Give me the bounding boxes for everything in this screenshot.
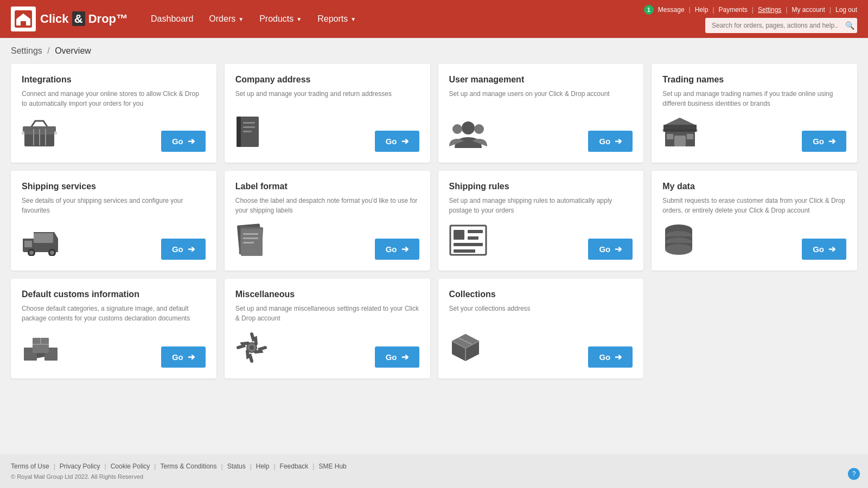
breadcrumb-current: Overview — [55, 46, 91, 55]
arrow-icon: ➔ — [401, 136, 409, 146]
go-button-company-address[interactable]: Go ➔ — [375, 131, 419, 152]
go-button-collections[interactable]: Go ➔ — [588, 346, 633, 368]
go-button-default-customs-information[interactable]: Go ➔ — [161, 346, 206, 368]
logo-text: Click & Drop™ — [40, 12, 128, 26]
card-title: Collections — [449, 290, 633, 299]
message-link[interactable]: Message — [658, 6, 685, 14]
card-integrations: Integrations Connect and manage your onl… — [11, 64, 216, 163]
card-header: Trading names Set up and manage trading … — [662, 75, 846, 108]
footer-link-feedback[interactable]: Feedback — [280, 463, 309, 470]
card-footer: Go ➔ — [449, 224, 633, 260]
card-desc: Set up and manage your trading and retur… — [235, 89, 419, 99]
card-miscellaneous: Miscellaneous Set up and manage miscella… — [225, 279, 430, 378]
footer-link-terms-&-conditions[interactable]: Terms & Conditions — [160, 463, 216, 470]
svg-rect-3 — [21, 21, 26, 25]
card-title: Shipping services — [22, 182, 206, 191]
card-icon-basket — [22, 118, 57, 152]
footer-link-cookie-policy[interactable]: Cookie Policy — [111, 463, 150, 470]
card-footer: Go ➔ — [22, 332, 206, 368]
card-header: Shipping services See details of your sh… — [22, 182, 206, 215]
go-button-miscellaneous[interactable]: Go ➔ — [375, 346, 419, 368]
card-footer: Go ➔ — [449, 331, 633, 368]
footer-link-help[interactable]: Help — [256, 463, 270, 470]
footer-link-sme-hub[interactable]: SME Hub — [318, 463, 346, 470]
arrow-icon: ➔ — [188, 136, 195, 146]
nav-dashboard[interactable]: Dashboard — [144, 10, 200, 28]
go-button-label-format[interactable]: Go ➔ — [375, 239, 419, 260]
card-footer: Go ➔ — [449, 118, 633, 152]
card-desc: Submit requests to erase customer data f… — [662, 196, 846, 215]
card-desc: Connect and manage your online stores to… — [22, 89, 206, 108]
help-link[interactable]: Help — [695, 6, 709, 14]
arrow-icon: ➔ — [188, 352, 195, 362]
arrow-icon: ➔ — [401, 352, 409, 362]
card-icon-label — [235, 223, 265, 260]
card-header: Integrations Connect and manage your onl… — [22, 75, 206, 108]
card-header: Label format Choose the label and despat… — [235, 182, 419, 215]
arrow-icon: ➔ — [615, 244, 622, 254]
chevron-down-icon: ▼ — [350, 16, 356, 22]
svg-rect-22 — [667, 134, 673, 139]
svg-point-15 — [462, 121, 475, 134]
chevron-down-icon: ▼ — [238, 16, 244, 22]
svg-point-29 — [29, 251, 34, 255]
nav-orders[interactable]: Orders ▼ — [202, 10, 250, 28]
card-collections: Collections Set your collections address… — [438, 279, 644, 378]
my-account-link[interactable]: My account — [792, 6, 825, 14]
footer-link-status[interactable]: Status — [227, 463, 246, 470]
log-out-link[interactable]: Log out — [835, 6, 857, 14]
footer-link-privacy-policy[interactable]: Privacy Policy — [60, 463, 100, 470]
svg-rect-13 — [243, 126, 255, 128]
svg-rect-26 — [34, 233, 53, 243]
card-footer: Go ➔ — [235, 331, 419, 368]
card-title: Label format — [235, 182, 419, 191]
card-shipping-services: Shipping services See details of your sh… — [11, 171, 216, 271]
card-icon-book — [235, 115, 263, 152]
payments-link[interactable]: Payments — [719, 6, 748, 14]
svg-rect-35 — [243, 233, 258, 235]
card-desc: Set up and manage shipping rules to auto… — [449, 196, 633, 215]
svg-marker-20 — [665, 118, 695, 125]
arrow-icon: ➔ — [401, 244, 409, 254]
go-button-trading-names[interactable]: Go ➔ — [802, 131, 846, 152]
footer-copyright: © Royal Mail Group Ltd 2022. All Rights … — [11, 473, 857, 480]
notification-badge: 1 — [644, 5, 654, 15]
card-desc: Choose the label and despatch note forma… — [235, 196, 419, 215]
card-footer: Go ➔ — [235, 115, 419, 152]
search-button[interactable]: 🔍 — [845, 21, 854, 30]
go-button-user-management[interactable]: Go ➔ — [588, 131, 633, 152]
nav-products[interactable]: Products ▼ — [253, 10, 308, 28]
svg-point-59 — [250, 345, 254, 350]
svg-point-50 — [665, 244, 692, 255]
card-icon-database — [662, 223, 695, 260]
search-input[interactable] — [705, 18, 857, 33]
card-footer: Go ➔ — [662, 117, 846, 152]
card-header: Company address Set up and manage your t… — [235, 75, 419, 99]
go-button-integrations[interactable]: Go ➔ — [161, 131, 206, 152]
card-header: Shipping rules Set up and manage shippin… — [449, 182, 633, 215]
go-button-shipping-services[interactable]: Go ➔ — [161, 239, 206, 260]
svg-rect-42 — [454, 243, 483, 246]
card-title: Shipping rules — [449, 182, 633, 191]
card-header: Default customs information Choose defau… — [22, 290, 206, 323]
card-shipping-rules: Shipping rules Set up and manage shippin… — [438, 171, 644, 271]
nav-reports[interactable]: Reports ▼ — [311, 10, 362, 28]
footer-link-terms-of-use[interactable]: Terms of Use — [11, 463, 49, 470]
help-circle-icon[interactable]: ? — [848, 468, 860, 480]
go-button-my-data[interactable]: Go ➔ — [802, 239, 846, 260]
svg-rect-36 — [243, 237, 258, 239]
card-footer: Go ➔ — [662, 223, 846, 260]
card-footer: Go ➔ — [22, 118, 206, 152]
cards-grid: Integrations Connect and manage your onl… — [11, 64, 857, 378]
card-title: My data — [662, 182, 846, 191]
card-icon-users — [449, 118, 487, 152]
settings-link[interactable]: Settings — [758, 6, 781, 14]
go-button-shipping-rules[interactable]: Go ➔ — [588, 239, 633, 260]
svg-rect-23 — [687, 134, 693, 139]
arrow-icon: ➔ — [615, 136, 622, 146]
svg-rect-9 — [22, 132, 57, 134]
breadcrumb: Settings / Overview — [11, 46, 857, 56]
footer-links: Terms of Use|Privacy Policy|Cookie Polic… — [11, 463, 857, 470]
svg-rect-27 — [24, 241, 32, 247]
breadcrumb-parent[interactable]: Settings — [11, 46, 42, 55]
